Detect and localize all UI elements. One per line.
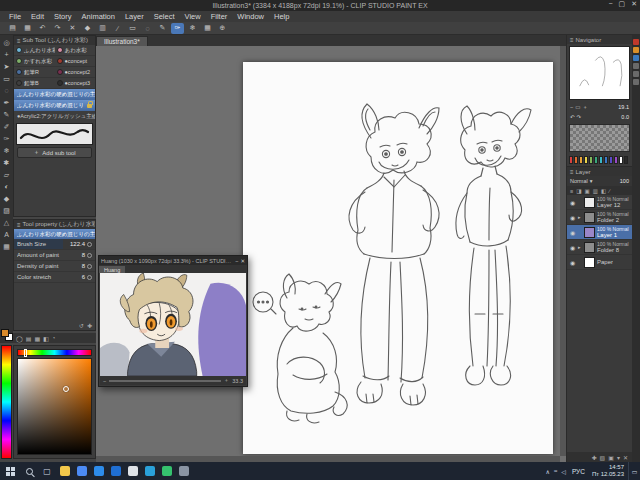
color-swatch[interactable] [599,156,603,164]
taskbar-clock[interactable]: 14:57 Пт 12.05.23 [588,464,628,478]
tray-expand-icon[interactable]: ∧ [546,468,550,475]
quick-access-dock-icon[interactable] [633,39,639,45]
lasso-tool-icon[interactable]: ◌ [1,85,12,96]
airbrush-tool-icon[interactable]: ❄ [186,23,199,34]
brush-item[interactable]: ●concept3 [55,78,96,89]
foreground-color-swatch[interactable] [1,329,9,337]
rotate-right-icon[interactable]: ↷ [577,114,582,120]
brush-tool-icon[interactable]: ✑ [1,133,12,144]
add-sub-tool-button[interactable]: ＋ Add sub tool [17,147,92,158]
navigator-preview[interactable] [569,46,630,100]
zoom-tool-icon[interactable]: ⊕ [216,23,229,34]
close-icon[interactable]: ✕ [240,258,245,264]
property-value[interactable]: 8 [82,263,85,269]
start-button[interactable] [0,462,20,480]
close-button[interactable]: ✕ [631,0,637,8]
brush-item[interactable]: あわ水彩 [55,45,96,56]
taskbar-app-button[interactable] [175,462,192,480]
pen-tool-icon[interactable]: ✎ [1,109,12,120]
taskbar-app-button[interactable] [158,462,175,480]
lasso-tool-icon[interactable]: ◌ [141,23,154,34]
decoration-tool-icon[interactable]: ✱ [1,157,12,168]
operation-tool-icon[interactable]: ➤ [1,61,12,72]
visibility-eye-icon[interactable]: ◉ [569,229,576,236]
merge-down-icon[interactable]: ▾ [617,454,620,461]
color-swatch[interactable] [624,156,628,164]
menu-item[interactable]: Animation [77,12,120,21]
zoom-slider[interactable] [109,380,221,382]
visibility-eye-icon[interactable]: ◉ [569,244,576,251]
pen-tool-icon[interactable]: ✎ [156,23,169,34]
new-file-icon[interactable]: ▤ [6,23,19,34]
network-icon[interactable]: ≈ [554,468,557,474]
color-swatch[interactable] [589,156,593,164]
rotate-left-icon[interactable]: ↶ [570,114,575,120]
sub-tool-item-acrylic[interactable]: ●Acrylic2:アクリルガッシュ主線筆 [14,111,95,121]
move-tool-icon[interactable]: + [1,49,12,60]
dynamics-button[interactable] [87,253,92,258]
layer-row[interactable]: ◉ 100 % Normal Layer 12 [567,195,632,210]
visibility-eye-icon[interactable]: ◉ [569,214,576,221]
visibility-eye-icon[interactable]: ◉ [569,199,576,206]
property-value[interactable]: 6 [82,274,85,280]
color-swatch[interactable] [579,156,583,164]
grid-icon[interactable]: ▦ [201,23,214,34]
navigator-dock-icon[interactable] [633,55,639,61]
taskbar-app-button[interactable] [73,462,90,480]
zoom-in-icon[interactable]: ＋ [224,377,230,384]
menu-item[interactable]: Select [149,12,180,21]
new-folder-icon[interactable]: ▧ [600,454,606,461]
brush-item[interactable]: ふんわり水彩 [14,45,55,56]
volume-icon[interactable]: ◁ [561,468,566,475]
brush-item[interactable]: ●concept [55,56,96,67]
fit-icon[interactable]: ▭ [575,104,580,110]
menu-item[interactable]: Filter [206,12,233,21]
undo-icon[interactable]: ↶ [36,23,49,34]
menu-item[interactable]: File [4,12,26,21]
chevron-down-icon[interactable]: ▾ [590,178,593,184]
tool-property-row[interactable]: Brush Size 122.4 [14,239,95,250]
gradient-tool-icon[interactable]: ▨ [1,205,12,216]
panel-menu-icon[interactable]: ≡ [17,222,21,228]
color-wheel-tab-icon[interactable]: ◯ [16,335,23,342]
history-dock-icon[interactable] [633,63,639,69]
panel-menu-icon[interactable]: ≡ [17,38,21,44]
folder-expand-icon[interactable]: ▸ [578,214,582,220]
color-swatch[interactable] [574,156,578,164]
document-tab[interactable]: Illustration3* [96,36,148,46]
redo-icon[interactable]: ↷ [51,23,64,34]
saturation-value-square[interactable] [17,358,92,455]
foreground-background-swatch[interactable] [1,329,13,341]
brush-item[interactable]: 鉛筆B [14,78,55,89]
property-value[interactable]: 8 [82,252,85,258]
color-swatch[interactable] [584,156,588,164]
reset-property-icon[interactable]: ↺ [79,322,84,329]
taskbar-app-button[interactable] [124,462,141,480]
snap-icon[interactable]: ▥ [96,23,109,34]
selected-sub-tool-2[interactable]: ふんわり水彩の硬め混じりの主線ブラシ 2 [14,100,95,111]
brush-item[interactable]: 鉛筆R [14,67,55,78]
color-swatch[interactable] [619,156,623,164]
menu-item[interactable]: Story [49,12,77,21]
taskbar-app-button[interactable] [141,462,158,480]
tool-property-row[interactable]: Color stretch 6 [14,272,95,283]
color-mixing-panel[interactable] [569,124,630,152]
taskbar-app-button[interactable] [90,462,107,480]
brush-item[interactable]: かすれ水彩 [14,56,55,67]
layer-row[interactable]: ◉ ▸ 100 % Normal Folder 8 [567,240,632,255]
brush-item[interactable]: ●concept2 [55,67,96,78]
clip-icon[interactable]: ◨ [576,188,581,194]
eyedropper-tool-icon[interactable]: ✒ [1,97,12,108]
duplicate-layer-icon[interactable]: ▣ [608,454,614,461]
fill-tool-icon[interactable]: ◆ [1,193,12,204]
color-history-tab-icon[interactable]: ◔ [52,335,56,341]
taskbar-app-button[interactable] [107,462,124,480]
save-icon[interactable]: ▦ [21,23,34,34]
color-swatch[interactable] [609,156,613,164]
airbrush-tool-icon[interactable]: ❄ [1,145,12,156]
blend-tool-icon[interactable]: ◐ [1,181,12,192]
brush-tool-icon[interactable]: ✑ [171,23,184,34]
layer-menu-icon[interactable]: ≡ [570,188,573,194]
color-swatch[interactable] [594,156,598,164]
ruler-icon[interactable]: ∕ [111,23,124,34]
